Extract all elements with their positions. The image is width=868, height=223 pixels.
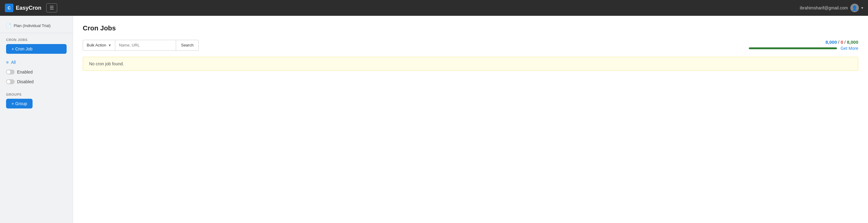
bulk-action-chevron-icon: ▼	[108, 43, 111, 47]
quota-numbers: 8,000 / 0 / 8,000	[826, 39, 858, 45]
quota-separator-2: /	[844, 39, 845, 45]
chevron-down-icon[interactable]: ▾	[861, 6, 863, 10]
toggle-enabled-icon	[6, 70, 14, 74]
quota-bar-fill	[749, 47, 837, 49]
navbar-left: C EasyCron ☰	[5, 3, 57, 12]
brand-icon: C	[5, 4, 13, 12]
empty-message: No cron job found.	[89, 61, 124, 66]
quota-separator-1: /	[838, 39, 839, 45]
search-input[interactable]	[115, 40, 176, 51]
brand: C EasyCron	[5, 4, 41, 12]
user-icon[interactable]: 👤	[850, 4, 859, 12]
add-group-button[interactable]: + Group	[6, 99, 33, 108]
get-more-link[interactable]: Get More	[841, 46, 858, 51]
sidebar-item-enabled-label: Enabled	[17, 70, 33, 74]
hamburger-button[interactable]: ☰	[46, 3, 57, 12]
add-cron-job-button[interactable]: + Cron Job	[6, 44, 67, 54]
toolbar: Bulk Action ▼ Search 8,000 / 0 / 8,000	[83, 39, 858, 51]
groups-section: GROUPS + Group	[0, 92, 73, 112]
brand-name: EasyCron	[16, 5, 41, 11]
sidebar-item-disabled-label: Disabled	[17, 79, 33, 84]
sidebar-item-disabled[interactable]: Disabled	[0, 77, 73, 86]
groups-section-label: GROUPS	[0, 92, 73, 99]
quota-used: 8,000	[826, 39, 837, 45]
plan-icon: 📄	[6, 23, 11, 28]
user-email: ibrahimsharif@gmail.com	[800, 5, 848, 10]
navbar: C EasyCron ☰ ibrahimsharif@gmail.com 👤 ▾	[0, 0, 868, 16]
empty-state-alert: No cron job found.	[83, 57, 858, 71]
quota-zero: 0	[841, 39, 843, 45]
sidebar-plan: 📄 Plan (Individual Trial)	[0, 21, 73, 33]
cron-jobs-section-label: CRON JOBS	[0, 38, 73, 44]
toggle-disabled-icon	[6, 79, 14, 84]
navbar-right: ibrahimsharif@gmail.com 👤 ▾	[800, 4, 863, 12]
plan-label: Plan (Individual Trial)	[14, 24, 51, 28]
bulk-action-label: Bulk Action	[87, 43, 106, 47]
search-button[interactable]: Search	[176, 40, 198, 51]
sidebar-item-all[interactable]: ≡ All	[0, 58, 73, 67]
bulk-action-dropdown[interactable]: Bulk Action ▼	[83, 40, 115, 51]
quota-area: 8,000 / 0 / 8,000 Get More	[749, 39, 858, 51]
quota-bar	[749, 47, 837, 49]
page-title: Cron Jobs	[83, 24, 858, 32]
list-icon: ≡	[6, 60, 8, 65]
quota-bar-row: Get More	[749, 46, 858, 51]
quota-total: 8,000	[847, 39, 858, 45]
sidebar: 📄 Plan (Individual Trial) CRON JOBS + Cr…	[0, 16, 73, 223]
sidebar-item-enabled[interactable]: Enabled	[0, 67, 73, 77]
main-layout: 📄 Plan (Individual Trial) CRON JOBS + Cr…	[0, 16, 868, 223]
sidebar-item-all-label: All	[11, 60, 16, 65]
content-area: Cron Jobs Bulk Action ▼ Search 8,000 / 0…	[73, 16, 868, 223]
